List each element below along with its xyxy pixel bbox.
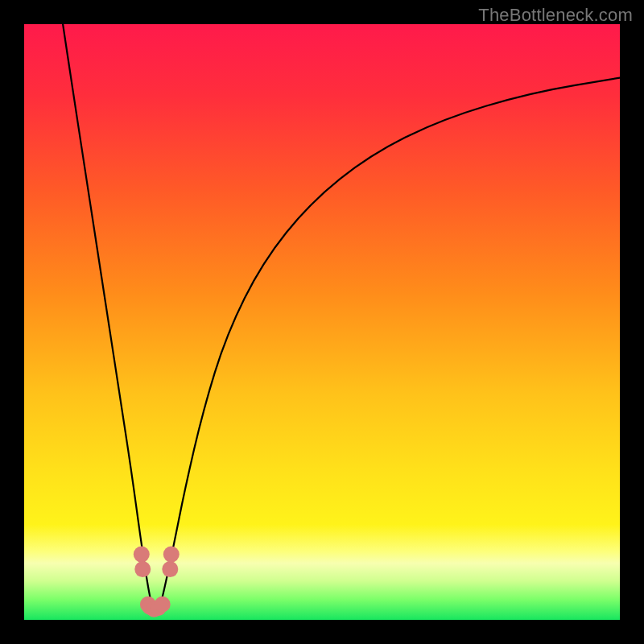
plot-area <box>24 24 620 620</box>
marker-right-cluster-2 <box>163 547 180 563</box>
gradient-background <box>24 24 620 620</box>
chart-svg <box>24 24 620 620</box>
chart-frame: TheBottleneck.com <box>0 0 644 644</box>
marker-trough-5 <box>155 597 171 613</box>
marker-left-cluster-2 <box>134 561 151 577</box>
marker-left-cluster-1 <box>134 547 150 563</box>
watermark-text: TheBottleneck.com <box>478 5 633 26</box>
marker-right-cluster-1 <box>162 561 178 577</box>
